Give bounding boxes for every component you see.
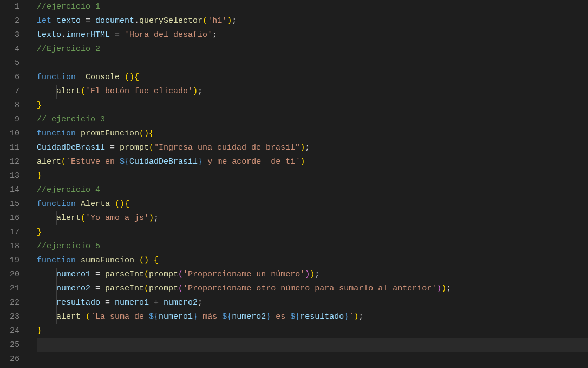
token-tplexpr: ${: [290, 312, 300, 321]
line-number: 19: [0, 254, 19, 268]
line-number: 15: [0, 197, 19, 211]
code-line[interactable]: numero1 = parseInt(prompt('Proporcioname…: [37, 268, 588, 282]
token-op: [76, 129, 81, 138]
code-line[interactable]: CuidadDeBrasil = prompt("Ingresa una cui…: [37, 141, 588, 155]
token-punc: ;: [305, 143, 310, 152]
token-brace2: ): [436, 284, 441, 293]
token-func: parseInt: [105, 270, 144, 279]
line-number: 12: [0, 155, 19, 169]
token-brace: }: [37, 326, 42, 335]
token-brace: {: [125, 199, 129, 209]
line-number: 23: [0, 310, 19, 324]
token-func: Alerta: [81, 199, 110, 209]
token-tplvar: CuidadDeBrasil: [129, 157, 198, 166]
token-op: =: [90, 270, 105, 279]
token-op: [76, 199, 81, 209]
token-tplvar: resultado: [300, 312, 344, 321]
token-brace: {: [134, 73, 139, 82]
token-func: alert: [56, 214, 81, 223]
indent-guide: [56, 85, 57, 99]
code-line[interactable]: }: [37, 324, 588, 338]
token-brace: }: [37, 101, 42, 110]
token-prop: innerHTML: [66, 30, 110, 40]
code-line[interactable]: alert('Yo amo a js');: [37, 211, 588, 225]
code-line[interactable]: resultado = numero1 + numero2;: [37, 296, 588, 310]
token-keyword: function: [37, 73, 76, 82]
token-op: [37, 270, 56, 279]
token-tplexpr: }: [344, 312, 349, 321]
token-comment: //ejercicio 4: [37, 185, 100, 195]
token-brace: (: [202, 16, 207, 25]
line-number: 2: [0, 14, 19, 28]
code-line[interactable]: function sumaFuncion () {: [37, 254, 588, 268]
token-brace: {: [154, 256, 159, 265]
token-op: [120, 73, 125, 82]
indent-guide: [56, 310, 57, 324]
code-line[interactable]: //ejercicio 5: [37, 240, 588, 254]
token-op: [37, 312, 56, 321]
code-line[interactable]: //Ejercicio 2: [37, 42, 588, 56]
code-line[interactable]: //ejercicio 4: [37, 183, 588, 197]
token-string: `: [349, 312, 354, 321]
line-number: 13: [0, 169, 19, 183]
token-op: =: [90, 284, 105, 293]
code-line[interactable]: function promtFuncion(){: [37, 127, 588, 141]
code-line[interactable]: [37, 352, 588, 366]
token-func: alert: [56, 87, 81, 96]
token-op: =: [100, 298, 115, 307]
token-func: sumaFuncion: [81, 256, 134, 265]
token-var: numero2: [56, 284, 90, 293]
token-string: 'h1': [207, 16, 227, 25]
token-punc: ;: [358, 312, 363, 321]
line-number: 5: [0, 56, 19, 70]
indent-guide: [56, 296, 57, 310]
line-number: 6: [0, 70, 19, 85]
token-op: [134, 256, 139, 265]
token-brace: (: [61, 157, 66, 166]
line-number: 3: [0, 28, 19, 42]
token-brace: (: [81, 214, 86, 223]
token-punc: ;: [212, 30, 217, 40]
line-number: 14: [0, 183, 19, 197]
token-string: más: [198, 312, 222, 321]
token-brace: ): [300, 143, 305, 152]
code-line[interactable]: function Alerta (){: [37, 197, 588, 211]
line-number: 26: [0, 352, 19, 366]
token-string: 'Hora del desafio': [125, 30, 212, 40]
token-func: prompt: [149, 270, 178, 279]
code-line[interactable]: [37, 338, 588, 352]
token-op: [37, 87, 56, 96]
code-line[interactable]: let texto = document.querySelector('h1')…: [37, 14, 588, 28]
code-line[interactable]: // ejercicio 3: [37, 113, 588, 127]
code-line[interactable]: }: [37, 169, 588, 183]
token-tplexpr: }: [193, 312, 198, 321]
token-keyword: let: [37, 16, 51, 25]
token-string: 'Proporcioname un número': [183, 270, 305, 279]
code-line[interactable]: }: [37, 225, 588, 240]
code-line[interactable]: numero2 = parseInt(prompt('Proporcioname…: [37, 282, 588, 296]
token-op: +: [149, 298, 164, 307]
code-line[interactable]: function Console (){: [37, 70, 588, 85]
code-line[interactable]: //ejercicio 1: [37, 0, 588, 14]
line-number-gutter: 1234567891011121314151617181920212223242…: [0, 0, 30, 368]
token-brace: }: [37, 171, 42, 180]
token-brace: (): [139, 129, 149, 138]
token-op: [149, 256, 154, 265]
token-op: [76, 73, 86, 82]
code-line[interactable]: [37, 56, 588, 70]
code-line[interactable]: alert('El botón fue clicado');: [37, 85, 588, 99]
line-number: 8: [0, 99, 19, 113]
token-comment: //ejercicio 1: [37, 2, 100, 11]
code-line[interactable]: alert(`Estuve en ${CuidadDeBrasil} y me …: [37, 155, 588, 169]
code-line[interactable]: }: [37, 99, 588, 113]
code-editor-content[interactable]: //ejercicio 1let texto = document.queryS…: [30, 0, 588, 368]
code-line[interactable]: texto.innerHTML = 'Hora del desafio';: [37, 28, 588, 42]
line-number: 17: [0, 225, 19, 240]
token-brace: ): [441, 284, 446, 293]
token-op: =: [110, 30, 125, 40]
token-punc: .: [134, 16, 139, 25]
token-punc: ;: [154, 214, 159, 223]
token-punc: ;: [315, 270, 319, 279]
token-brace: ): [149, 214, 154, 223]
code-line[interactable]: alert (`La suma de ${numero1} más ${nume…: [37, 310, 588, 324]
